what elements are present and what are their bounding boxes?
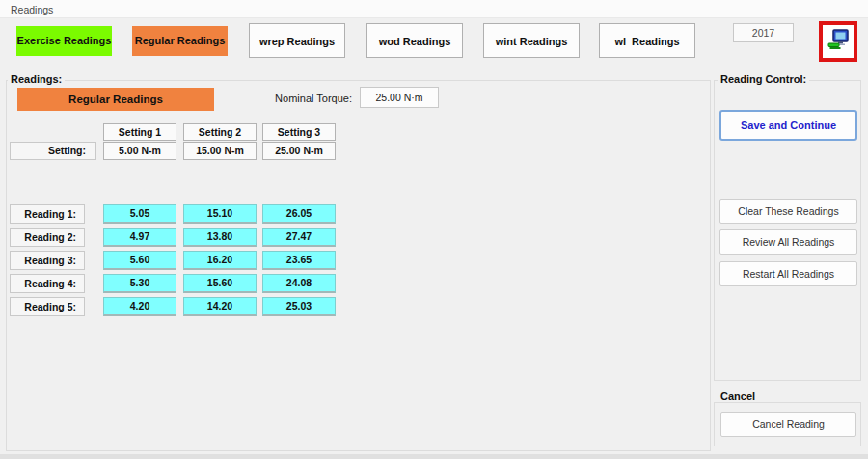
reading-control-group-label: Reading Control: xyxy=(718,73,809,85)
save-and-continue-button[interactable]: Save and Continue xyxy=(719,110,857,141)
reading-1-label: Reading 1: xyxy=(10,204,85,224)
setting-value-2: 15.00 N-m xyxy=(183,142,257,160)
mode-banner[interactable]: Regular Readings xyxy=(17,88,214,111)
clear-these-readings-button[interactable]: Clear These Readings xyxy=(719,199,857,224)
setting-row-label: Setting: xyxy=(10,142,96,160)
column-header-setting-3: Setting 3 xyxy=(262,123,336,141)
reading-5-value-1[interactable]: 4.20 xyxy=(103,297,176,316)
my-computer-icon xyxy=(826,27,851,56)
cancel-reading-button[interactable]: Cancel Reading xyxy=(720,412,856,437)
setting-value-3: 25.00 N-m xyxy=(262,142,336,160)
reading-3-label: Reading 3: xyxy=(10,251,85,270)
nominal-torque-label: Nominal Torque: xyxy=(258,93,352,104)
reading-1-value-3[interactable]: 26.05 xyxy=(262,204,336,224)
year-field[interactable]: 2017 xyxy=(733,23,794,42)
reading-2-label: Reading 2: xyxy=(10,228,85,247)
window-titlebar: Readings xyxy=(0,0,868,18)
reading-1-value-1[interactable]: 5.05 xyxy=(103,204,176,224)
reading-1-value-2[interactable]: 15.10 xyxy=(183,204,257,224)
reading-3-value-2[interactable]: 16.20 xyxy=(183,251,257,270)
tab-wint-readings[interactable]: wint Readings xyxy=(483,23,580,58)
reading-4-label: Reading 4: xyxy=(10,274,85,293)
review-all-readings-button[interactable]: Review All Readings xyxy=(719,230,857,255)
reading-4-value-1[interactable]: 5.30 xyxy=(103,274,176,293)
tab-wl-readings[interactable]: wl Readings xyxy=(599,23,695,58)
reading-5-value-2[interactable]: 14.20 xyxy=(183,297,257,316)
reading-2-value-2[interactable]: 13.80 xyxy=(183,228,257,247)
readings-group-label: Readings: xyxy=(8,73,65,85)
reading-3-value-3[interactable]: 23.65 xyxy=(262,251,336,270)
reading-2-value-3[interactable]: 27.47 xyxy=(262,228,336,247)
window-bottom-edge xyxy=(0,454,868,459)
cancel-section-label: Cancel xyxy=(718,391,758,402)
reading-4-value-2[interactable]: 15.60 xyxy=(183,274,257,293)
reading-5-value-3[interactable]: 25.03 xyxy=(262,297,336,316)
column-header-setting-1: Setting 1 xyxy=(103,123,176,141)
reading-4-value-3[interactable]: 24.08 xyxy=(262,274,336,293)
column-header-setting-2: Setting 2 xyxy=(183,123,257,141)
tab-regular-readings[interactable]: Regular Readings xyxy=(132,26,228,56)
reading-3-value-1[interactable]: 5.60 xyxy=(103,251,176,270)
reading-5-label: Reading 5: xyxy=(10,297,85,316)
tab-wod-readings[interactable]: wod Readings xyxy=(366,23,463,58)
tab-wrep-readings[interactable]: wrep Readings xyxy=(249,23,345,58)
setting-value-1: 5.00 N-m xyxy=(103,142,176,160)
reading-2-value-1[interactable]: 4.97 xyxy=(103,228,176,247)
nominal-torque-field[interactable]: 25.00 N·m xyxy=(360,87,439,108)
restart-all-readings-button[interactable]: Restart All Readings xyxy=(719,261,857,286)
tab-exercise-readings[interactable]: Exercise Readings xyxy=(16,26,112,56)
my-computer-button[interactable] xyxy=(819,21,857,62)
window-title: Readings xyxy=(11,4,53,15)
